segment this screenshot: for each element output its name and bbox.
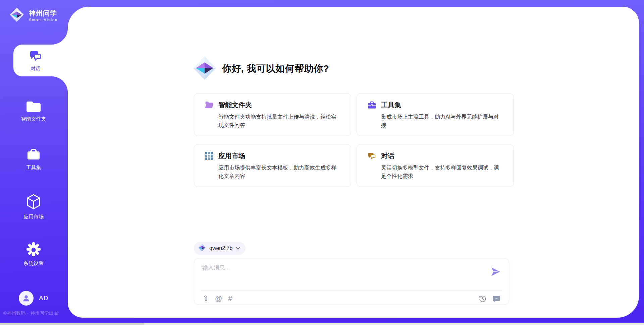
message-input[interactable]: [202, 264, 481, 283]
mention-button[interactable]: @: [215, 295, 222, 303]
card-chat[interactable]: 对话 灵活切换多模型文件，支持多样回复效果调试，满足个性化需求: [357, 144, 514, 187]
card-smart-folder[interactable]: 智能文件夹 智能文件夹功能支持批量文件上传与清洗，轻松实现文件问答: [194, 93, 351, 136]
attach-file-button[interactable]: [202, 295, 209, 303]
brand-name: 神州问学: [29, 9, 58, 17]
composer-divider: [201, 290, 502, 291]
folder-icon: [26, 101, 41, 113]
sidebar-item-app-market[interactable]: 应用市场: [10, 194, 57, 220]
at-icon: @: [215, 295, 222, 303]
main-panel: 你好, 我可以如何帮助你? 智能文件夹 智能文件夹功能支持批量文件上传与清洗，轻…: [68, 7, 639, 318]
card-description: 灵活切换多模型文件，支持多样回复效果调试，满足个性化需求: [381, 164, 505, 180]
sidebar-item-label: 系统设置: [23, 260, 44, 267]
brand-diamond-logo-icon: [9, 7, 24, 24]
sidebar-item-smart-folder[interactable]: 智能文件夹: [10, 98, 57, 124]
card-app-market[interactable]: 应用市场 应用市场提供丰富长文本模板，助力高效生成多样化文章内容: [194, 144, 351, 187]
model-selector[interactable]: qwen2:7b: [194, 242, 246, 255]
sidebar-item-label: 智能文件夹: [21, 116, 46, 122]
feedback-button[interactable]: [492, 295, 500, 303]
send-button[interactable]: [491, 267, 501, 276]
user-initials: AD: [39, 295, 48, 302]
card-title: 工具集: [381, 101, 401, 110]
horizontal-scrollbar-thumb[interactable]: [0, 323, 144, 325]
cube-icon: [26, 194, 41, 211]
avatar: [19, 291, 34, 306]
sidebar-item-label: 应用市场: [23, 214, 44, 220]
chat-bubble-icon: [492, 295, 500, 303]
chat-icon: [29, 49, 42, 64]
sidebar-item-label: 工具集: [26, 165, 41, 171]
message-composer: @ #: [194, 258, 509, 305]
sidebar-item-label: 对话: [31, 66, 41, 72]
sidebar-item-settings[interactable]: 系统设置: [10, 241, 57, 267]
copyright-text: ©神州数码 · 神州问学出品: [3, 310, 58, 316]
send-icon: [491, 267, 501, 276]
card-description: 应用市场提供丰富长文本模板，助力高效生成多样化文章内容: [218, 164, 343, 180]
card-toolbox[interactable]: 工具集 集成市场上主流工具，助力AI与外界无缝扩展与对接: [357, 93, 514, 136]
user-menu[interactable]: AD: [19, 291, 48, 306]
app-root: 神州问学 Smart Vision 对话: [0, 0, 644, 325]
card-description: 智能文件夹功能支持批量文件上传与清洗，轻松实现文件问答: [218, 113, 343, 129]
card-title: 智能文件夹: [218, 101, 252, 110]
folder-open-icon: [204, 100, 214, 110]
toolbox-icon: [367, 100, 376, 110]
topic-button[interactable]: #: [228, 295, 232, 303]
brand: 神州问学 Smart Vision: [9, 7, 58, 24]
toolbox-icon: [26, 148, 41, 162]
diamond-logo-icon: [193, 55, 217, 82]
brand-subtitle: Smart Vision: [29, 18, 58, 22]
welcome-header: 你好, 我可以如何帮助你?: [193, 55, 329, 82]
chat-icon: [367, 151, 376, 160]
person-icon: [22, 294, 31, 303]
card-title: 对话: [381, 151, 394, 160]
sidebar-item-toolbox[interactable]: 工具集: [10, 146, 57, 173]
brand-text: 神州问学 Smart Vision: [29, 9, 58, 22]
card-title: 应用市场: [218, 151, 245, 160]
chevron-down-icon: [236, 245, 240, 251]
diamond-logo-icon: [198, 243, 206, 253]
sidebar-item-chat[interactable]: 对话: [13, 45, 58, 76]
card-description: 集成市场上主流工具，助力AI与外界无缝扩展与对接: [381, 113, 505, 129]
paperclip-icon: [202, 295, 209, 303]
history-icon: [479, 295, 486, 303]
grid-icon: [204, 151, 214, 160]
gear-icon: [26, 242, 41, 258]
hash-icon: #: [228, 295, 232, 303]
history-button[interactable]: [479, 295, 486, 303]
greeting-title: 你好, 我可以如何帮助你?: [222, 62, 329, 75]
feature-cards: 智能文件夹 智能文件夹功能支持批量文件上传与清洗，轻松实现文件问答: [194, 93, 514, 187]
horizontal-scrollbar: [0, 323, 644, 325]
composer-toolbar-right: [479, 295, 500, 303]
model-name: qwen2:7b: [209, 245, 232, 251]
composer-toolbar-left: @ #: [202, 295, 232, 303]
